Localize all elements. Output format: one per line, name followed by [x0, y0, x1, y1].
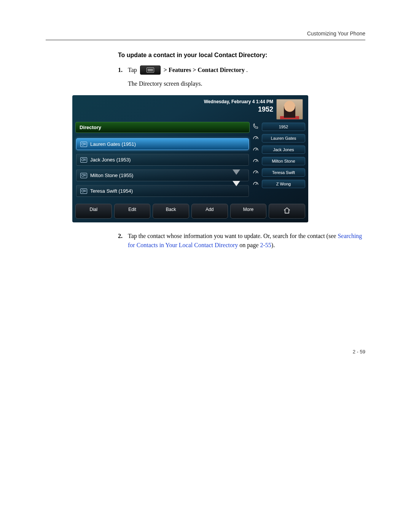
step1-result: The Directory screen displays. [128, 79, 365, 88]
speed-dial-label: Teresa Swift [262, 168, 305, 177]
contact-label: Lauren Gates (1951) [90, 141, 136, 147]
contact-label: Milton Stone (1955) [90, 173, 133, 178]
step1-period: . [246, 66, 248, 75]
speed-dial-key[interactable]: Z Wong [252, 180, 305, 188]
contact-card-icon [80, 173, 87, 178]
step2-pageref[interactable]: 2-55 [260, 242, 271, 248]
contact-item[interactable]: Milton Stone (1955) [76, 169, 249, 181]
directory-header: Directory [75, 122, 250, 133]
speed-dial-label: Lauren Gates [262, 134, 305, 142]
softkey-add[interactable]: Add [191, 204, 228, 219]
contact-item[interactable]: Lauren Gates (1951) [76, 138, 249, 150]
step-number: 1. [118, 66, 128, 88]
step2-text-mid: on page [238, 242, 260, 248]
step1-pre: Tap [128, 66, 137, 75]
line-key-label: 1952 [262, 123, 305, 131]
speed-dial-key[interactable]: Milton Stone [252, 157, 305, 165]
softkey-home[interactable] [269, 204, 305, 219]
step1-breadcrumb: > Features > Contact Directory [164, 66, 245, 75]
contact-item[interactable]: Teresa Swift (1954) [76, 185, 249, 197]
phone-screenshot: Wednesday, February 4 1:44 PM 1952 Direc… [72, 95, 365, 222]
speed-dial-label: Z Wong [262, 180, 305, 188]
softkey-dial[interactable]: Dial [75, 204, 112, 219]
handset-icon [252, 123, 260, 130]
status-extension: 1952 [204, 105, 273, 114]
menu-icon [140, 66, 161, 75]
contact-label: Teresa Swift (1954) [90, 188, 133, 194]
scroll-down-icon[interactable] [231, 168, 241, 177]
step2-text-post: ). [271, 242, 275, 248]
avatar [276, 99, 303, 120]
status-datetime: Wednesday, February 4 1:44 PM [204, 99, 273, 105]
home-icon [283, 207, 291, 216]
scroll-down-icon[interactable] [231, 179, 241, 188]
step-2: 2. Tap the contact whose information you… [118, 232, 365, 250]
contact-list: Lauren Gates (1951) Jack Jones (1953) Mi… [75, 138, 250, 197]
line-key[interactable]: 1952 [252, 123, 305, 131]
step-number: 2. [118, 232, 128, 250]
step-1: 1. Tap > Features > Contact Directory. T… [118, 66, 365, 88]
speed-dial-icon [252, 181, 260, 187]
softkey-back[interactable]: Back [153, 204, 189, 219]
running-head: Customizing Your Phone [46, 30, 365, 40]
contact-label: Jack Jones (1953) [90, 157, 131, 163]
speed-dial-icon [252, 158, 260, 165]
speed-dial-key[interactable]: Teresa Swift [252, 168, 305, 177]
speed-dial-label: Jack Jones [262, 145, 305, 154]
speed-dial-key[interactable]: Jack Jones [252, 145, 305, 154]
contact-card-icon [80, 142, 87, 147]
contact-card-icon [80, 157, 87, 163]
speed-dial-label: Milton Stone [262, 157, 305, 165]
contact-card-icon [80, 189, 87, 194]
speed-dial-icon [252, 146, 260, 153]
speed-dial-icon [252, 135, 260, 142]
header-rule [46, 40, 365, 40]
section-heading: To update a contact in your local Contac… [118, 52, 365, 59]
speed-dial-icon [252, 169, 260, 176]
speed-dial-key[interactable]: Lauren Gates [252, 134, 305, 142]
softkey-edit[interactable]: Edit [114, 204, 151, 219]
contact-item[interactable]: Jack Jones (1953) [76, 154, 249, 166]
softkey-more[interactable]: More [230, 204, 267, 219]
page-number: 2 - 59 [46, 349, 365, 355]
step2-text-pre: Tap the contact whose information you wa… [128, 233, 338, 239]
